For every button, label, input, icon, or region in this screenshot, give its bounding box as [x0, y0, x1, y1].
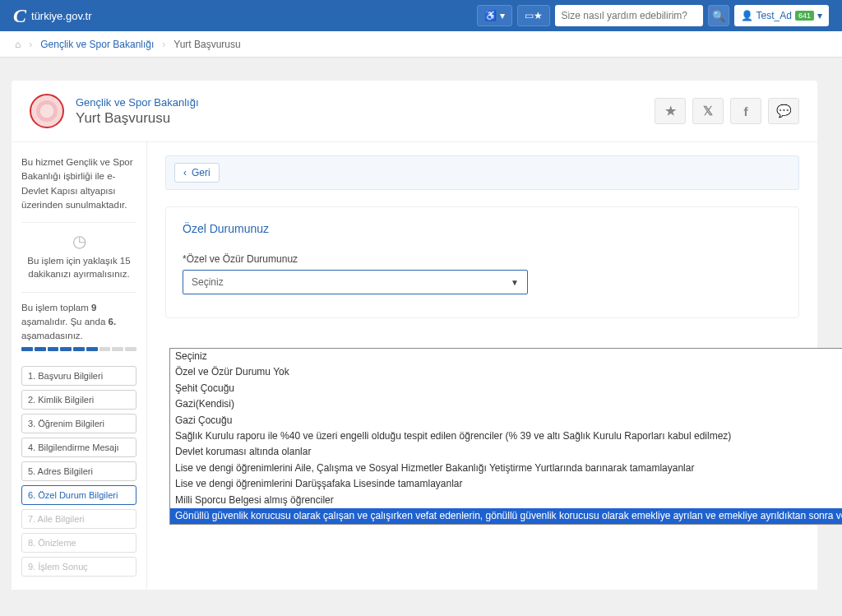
- progress-text: Bu işlem toplam 9 aşamalıdır. Şu anda 6.…: [21, 301, 136, 342]
- twitter-icon: 𝕏: [703, 104, 713, 118]
- page-subtitle: Gençlik ve Spor Bakanlığı: [76, 96, 643, 109]
- dropdown-option[interactable]: Gazi(Kendisi): [170, 396, 842, 412]
- dropdown-option[interactable]: Lise ve dengi öğrenimlerini Darüşşafaka …: [170, 476, 842, 492]
- duration-text: Bu işlem için yaklaşık 15 dakikanızı ayı…: [21, 254, 136, 280]
- breadcrumb-agency[interactable]: Gençlik ve Spor Bakanlığı: [40, 39, 154, 50]
- select-dropdown[interactable]: SeçinizÖzel ve Özür Durumu YokŞehit Çocu…: [169, 348, 842, 525]
- service-info-text: Bu hizmet Gençlik ve Spor Bakanlığı işbi…: [21, 155, 136, 212]
- clock-icon: ◷: [21, 231, 136, 251]
- step-item-7: 7. Aile Bilgileri: [21, 509, 136, 529]
- step-nav: 1. Başvuru Bilgileri2. Kimlik Bilgileri3…: [21, 366, 136, 577]
- facebook-button[interactable]: f: [730, 98, 761, 124]
- logo-swirl-icon: C: [13, 5, 26, 27]
- dropdown-option[interactable]: Gazi Çocuğu: [170, 413, 842, 428]
- dropdown-option[interactable]: Sağlık Kurulu raporu ile %40 ve üzeri en…: [170, 428, 842, 444]
- step-item-2[interactable]: 2. Kimlik Bilgileri: [21, 390, 136, 410]
- section-title: Özel Durumunuz: [183, 222, 782, 235]
- step-item-8: 8. Önizleme: [21, 533, 136, 553]
- ministry-logo: [30, 94, 64, 128]
- dropdown-option[interactable]: Milli Sporcu Belgesi almış öğrenciler: [170, 493, 842, 508]
- back-label: Geri: [192, 167, 210, 178]
- twitter-button[interactable]: 𝕏: [692, 98, 724, 124]
- step-item-4[interactable]: 4. Bilgilendirme Mesajı: [21, 438, 136, 457]
- facebook-icon: f: [744, 104, 748, 118]
- progress-bar: [21, 347, 136, 351]
- card-icon: ▭★: [525, 10, 543, 21]
- user-name: Test_Ad: [756, 10, 792, 21]
- dropdown-option[interactable]: Şehit Çocuğu: [170, 381, 842, 396]
- home-icon[interactable]: ⌂: [15, 39, 21, 50]
- favorite-button[interactable]: ★: [655, 98, 686, 124]
- step-item-9: 9. İşlem Sonuç: [21, 557, 136, 577]
- special-status-select[interactable]: Seçiniz ▼: [183, 270, 528, 294]
- step-item-5[interactable]: 5. Adres Bilgileri: [21, 461, 136, 481]
- search-button[interactable]: 🔍: [708, 5, 729, 26]
- speech-icon: 💬: [776, 104, 792, 118]
- search-input[interactable]: [555, 5, 703, 26]
- page-header: Gençlik ve Spor Bakanlığı Yurt Başvurusu…: [12, 81, 817, 142]
- step-item-1[interactable]: 1. Başvuru Bilgileri: [21, 366, 136, 386]
- breadcrumb-sep: ›: [29, 39, 32, 50]
- dropdown-option[interactable]: Özel ve Özür Durumu Yok: [170, 364, 842, 380]
- dropdown-option[interactable]: Gönüllü güvenlik korucusu olarak çalışan…: [170, 508, 842, 524]
- form-card: Özel Durumunuz *Özel ve Özür Durumunuz S…: [165, 206, 799, 318]
- star-icon: ★: [665, 104, 676, 118]
- select-value: Seçiniz: [192, 276, 224, 288]
- step-item-6[interactable]: 6. Özel Durum Bilgileri: [21, 485, 136, 505]
- accessibility-button[interactable]: ♿ ▾: [477, 5, 512, 26]
- chevron-down-icon: ▾: [500, 10, 505, 21]
- sidebar: Bu hizmet Gençlik ve Spor Bakanlığı işbi…: [12, 142, 146, 590]
- breadcrumb-current: Yurt Başvurusu: [173, 39, 240, 50]
- notification-badge: 641: [795, 11, 814, 21]
- topbar: C türkiye.gov.tr ♿ ▾ ▭★ 🔍 👤 Test_Ad 641 …: [0, 0, 842, 31]
- wheelchair-icon: ♿: [484, 10, 497, 21]
- sidebar-separator: [21, 222, 136, 223]
- breadcrumb-sep: ›: [162, 39, 165, 50]
- back-button[interactable]: ‹ Geri: [174, 163, 220, 183]
- chevron-left-icon: ‹: [183, 167, 187, 178]
- back-bar: ‹ Geri: [165, 155, 799, 190]
- field-label: *Özel ve Özür Durumunuz: [183, 253, 782, 265]
- dropdown-option[interactable]: Lise ve dengi öğrenimlerini Aile, Çalışm…: [170, 461, 842, 476]
- page-title: Yurt Başvurusu: [76, 110, 643, 127]
- user-icon: 👤: [741, 10, 753, 21]
- dropdown-caret-icon: ▼: [511, 278, 519, 287]
- chevron-down-icon: ▾: [817, 10, 822, 21]
- site-logo[interactable]: C türkiye.gov.tr: [13, 5, 91, 27]
- share-buttons: ★ 𝕏 f 💬: [655, 98, 799, 124]
- user-menu[interactable]: 👤 Test_Ad 641 ▾: [734, 5, 829, 26]
- topbar-actions: ♿ ▾ ▭★ 🔍 👤 Test_Ad 641 ▾: [477, 5, 829, 26]
- comment-button[interactable]: 💬: [768, 98, 799, 124]
- dropdown-option[interactable]: Devlet koruması altında olanlar: [170, 444, 842, 460]
- step-item-3[interactable]: 3. Öğrenim Bilgileri: [21, 414, 136, 433]
- search-icon: 🔍: [712, 10, 725, 22]
- dropdown-option[interactable]: Seçiniz: [170, 349, 842, 364]
- sidebar-separator: [21, 292, 136, 293]
- favorites-button[interactable]: ▭★: [517, 5, 550, 26]
- breadcrumb: ⌂ › Gençlik ve Spor Bakanlığı › Yurt Baş…: [0, 31, 842, 58]
- brand-text: türkiye.gov.tr: [31, 10, 91, 22]
